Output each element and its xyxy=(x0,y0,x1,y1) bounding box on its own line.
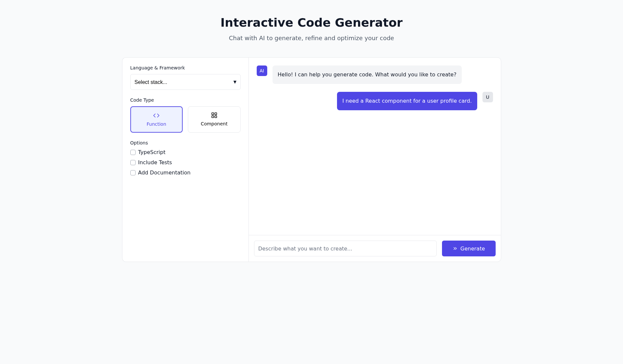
chat-input-row: Generate xyxy=(249,235,501,262)
chat-message-ai: AI Hello! I can help you generate code. … xyxy=(257,65,493,84)
option-typescript[interactable]: TypeScript xyxy=(130,149,241,155)
page-header: Interactive Code Generator Chat with AI … xyxy=(122,16,501,41)
language-framework-label: Language & Framework xyxy=(130,65,241,70)
add-documentation-checkbox[interactable] xyxy=(130,170,136,175)
svg-rect-0 xyxy=(212,113,214,115)
page-title: Interactive Code Generator xyxy=(122,16,501,29)
option-label: TypeScript xyxy=(138,149,166,155)
stack-select[interactable]: Select stack... xyxy=(130,74,241,90)
sidebar-panel: Language & Framework Select stack... ▼ C… xyxy=(122,57,248,262)
generate-label: Generate xyxy=(460,246,485,252)
code-type-label: Code Type xyxy=(130,98,241,102)
chevrons-right-icon xyxy=(453,246,458,251)
option-add-documentation[interactable]: Add Documentation xyxy=(130,169,241,176)
chat-panel: AI Hello! I can help you generate code. … xyxy=(248,57,501,262)
chat-message-user: U I need a React component for a user pr… xyxy=(257,92,493,110)
code-type-function-button[interactable]: Function xyxy=(130,106,183,133)
user-message-bubble: I need a React component for a user prof… xyxy=(337,92,477,110)
ai-avatar: AI xyxy=(257,65,267,76)
code-type-label-text: Component xyxy=(201,121,227,126)
code-type-component-button[interactable]: Component xyxy=(188,106,241,133)
option-label: Include Tests xyxy=(138,159,172,166)
messages-list: AI Hello! I can help you generate code. … xyxy=(249,58,501,235)
option-label: Add Documentation xyxy=(138,169,191,176)
svg-rect-3 xyxy=(212,116,214,118)
options-label: Options xyxy=(130,141,241,145)
chat-input[interactable] xyxy=(254,241,437,256)
include-tests-checkbox[interactable] xyxy=(130,160,136,165)
ai-message-bubble: Hello! I can help you generate code. Wha… xyxy=(273,65,462,84)
generate-button[interactable]: Generate xyxy=(442,241,496,256)
option-include-tests[interactable]: Include Tests xyxy=(130,159,241,166)
layout-icon xyxy=(211,112,218,118)
code-icon xyxy=(153,112,160,119)
svg-rect-1 xyxy=(215,113,217,115)
svg-rect-2 xyxy=(215,116,217,118)
typescript-checkbox[interactable] xyxy=(130,150,136,155)
user-avatar: U xyxy=(482,92,493,102)
code-type-label-text: Function xyxy=(146,121,166,127)
page-subtitle: Chat with AI to generate, refine and opt… xyxy=(122,35,501,41)
